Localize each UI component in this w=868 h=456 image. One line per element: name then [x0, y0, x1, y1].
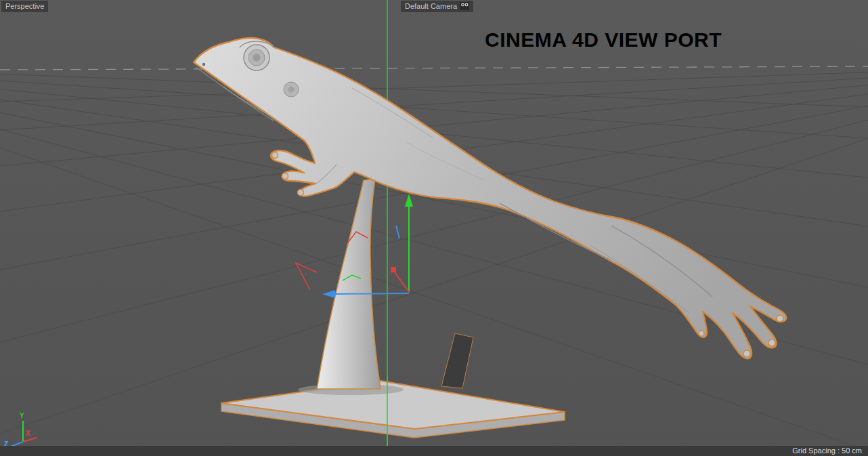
viewport-background: [0, 0, 868, 456]
frog-tympanum: [284, 82, 299, 97]
frog-eye: [244, 45, 269, 70]
camera-label-text: Default Camera: [405, 1, 457, 11]
view-label: Perspective: [1, 1, 48, 12]
camera-label[interactable]: Default Camera: [401, 1, 473, 12]
axis-y-label: Y: [20, 412, 24, 419]
viewport-canvas[interactable]: Y X Z Perspective Default Camera CINEMA …: [0, 0, 868, 456]
axis-x-label: X: [26, 430, 30, 437]
camera-settings-icon[interactable]: [460, 2, 469, 10]
frog-nostril: [202, 63, 205, 66]
grid-spacing-label: Grid Spacing : 50 cm: [792, 447, 862, 455]
viewport-title: CINEMA 4D VIEW PORT: [485, 28, 722, 51]
status-bar: Grid Spacing : 50 cm: [0, 446, 868, 456]
scene-3d[interactable]: Y X Z: [0, 0, 868, 456]
